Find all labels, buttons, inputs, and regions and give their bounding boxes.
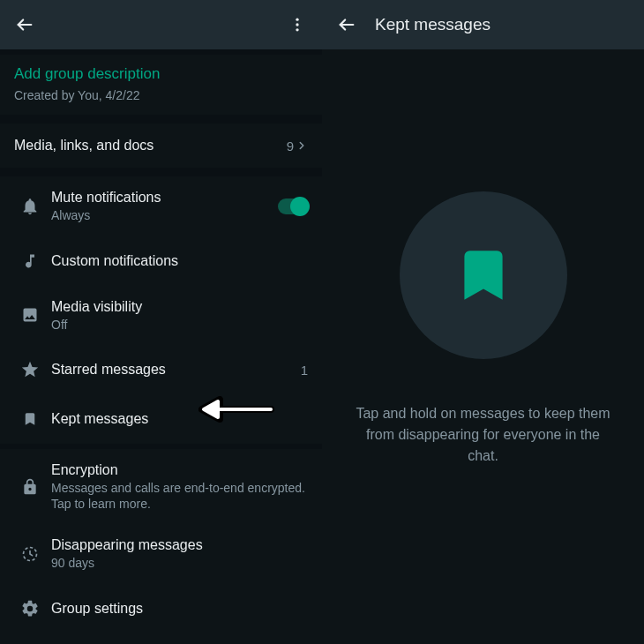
right-title: Kept messages — [375, 15, 490, 34]
mediaV-title: Media visibility — [51, 298, 308, 316]
left-appbar — [0, 0, 322, 49]
empty-state-message: Tap and hold on messages to keep them fr… — [354, 403, 612, 467]
encryption-row[interactable]: Encryption Messages and calls are end-to… — [0, 449, 322, 524]
disap-title: Disappearing messages — [51, 536, 308, 554]
media-count: 9 — [287, 139, 294, 154]
gear-icon — [9, 599, 51, 618]
right-appbar: Kept messages — [322, 0, 644, 49]
add-group-description[interactable]: Add group description — [14, 65, 308, 83]
media-visibility-row[interactable]: Media visibility Off — [0, 286, 322, 346]
enc-sub: Messages and calls are end-to-end encryp… — [51, 481, 308, 512]
svg-point-3 — [296, 28, 298, 31]
svg-point-1 — [296, 19, 298, 21]
lock-icon — [9, 478, 51, 496]
created-by-text: Created by You, 4/2/22 — [14, 88, 308, 102]
mute-title: Mute notifications — [51, 189, 278, 206]
group-title: Group settings — [51, 600, 308, 618]
mute-toggle[interactable] — [278, 198, 308, 214]
disap-sub: 90 days — [51, 556, 308, 572]
custom-notifications-row[interactable]: Custom notifications — [0, 236, 322, 286]
media-label: Media, links, and docs — [14, 138, 287, 154]
starred-title: Starred messages — [51, 361, 301, 378]
starred-count: 1 — [301, 363, 308, 378]
bookmark-icon — [451, 243, 516, 308]
timer-icon — [9, 545, 51, 563]
note-icon — [9, 252, 51, 270]
image-icon — [9, 306, 51, 324]
media-links-docs-row[interactable]: Media, links, and docs 9 — [0, 124, 322, 168]
disappearing-row[interactable]: Disappearing messages 90 days — [0, 524, 322, 584]
mediaV-sub: Off — [51, 318, 308, 333]
back-icon[interactable] — [329, 7, 364, 42]
back-icon[interactable] — [7, 7, 42, 42]
svg-point-2 — [296, 23, 298, 26]
more-icon[interactable] — [280, 7, 315, 42]
mute-notifications-row[interactable]: Mute notifications Always — [0, 176, 322, 236]
kept-messages-row[interactable]: Kept messages — [0, 394, 322, 444]
chevron-right-icon — [296, 139, 308, 152]
star-icon — [9, 360, 51, 379]
enc-title: Encryption — [51, 461, 308, 479]
group-settings-row[interactable]: Group settings — [0, 584, 322, 633]
bookmark-icon — [9, 411, 51, 427]
kept-title: Kept messages — [51, 410, 308, 428]
empty-state-circle — [400, 191, 567, 359]
custom-title: Custom notifications — [51, 252, 308, 270]
bell-icon — [9, 197, 51, 216]
mute-sub: Always — [51, 208, 278, 224]
starred-messages-row[interactable]: Starred messages 1 — [0, 345, 322, 394]
